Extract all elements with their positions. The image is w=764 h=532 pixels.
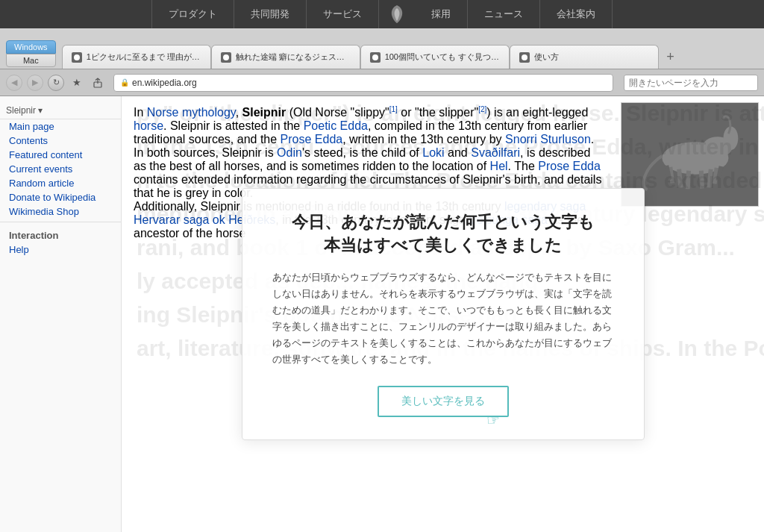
sidebar-section-interaction: Interaction xyxy=(0,225,121,242)
new-tab-button[interactable]: + xyxy=(662,48,680,66)
sidebar-link-donate[interactable]: Donate to Wikipedia xyxy=(0,190,121,204)
popup-body: あなたが日頃からウェブブラウズするなら、どんなページでもテキストを目にしない日は… xyxy=(272,269,614,369)
tab-group: 1ピクセルに至るまで 理由があるデザイン 触れた途端 癖になるジェスチャ 100… xyxy=(62,45,758,69)
svg-point-1 xyxy=(223,54,229,60)
sidebar-link-contents[interactable]: Contents xyxy=(0,134,121,148)
fenrir-logo xyxy=(386,4,407,25)
interaction-label: Interaction xyxy=(9,230,58,241)
nav-news[interactable]: ニュース xyxy=(468,0,540,28)
sidebar-divider xyxy=(0,222,121,222)
sidebar-link-featured[interactable]: Featured content xyxy=(0,148,121,162)
tab-4-title: 使い方 xyxy=(534,51,649,63)
tab-1-favicon xyxy=(72,52,82,63)
tab-4-favicon xyxy=(519,52,530,63)
page-title: Sleipnir ▾ xyxy=(6,105,43,116)
svg-point-3 xyxy=(522,54,527,60)
tab-2[interactable]: 触れた途端 癖になるジェスチャ xyxy=(211,45,360,69)
url-input-wrapper: 🔒 en.wikipedia.org xyxy=(113,74,613,92)
tab-3[interactable]: 100個問いていても すぐ見つかるタブ xyxy=(360,45,510,69)
browser-tab-bar: Windows Mac 1ピクセルに至るまで 理由があるデザイン 触れた途端 癖… xyxy=(0,28,764,69)
tab-2-title: 触れた途端 癖になるジェスチャ xyxy=(236,51,351,63)
popup-title: 今日、あなたが読んだ何千という文字も本当はすべて美しくできました xyxy=(272,211,614,257)
browser-main: Sleipnir ▾ Main page Contents Featured c… xyxy=(0,96,764,532)
nav-hiring[interactable]: 採用 xyxy=(415,0,468,28)
sidebar-link-help[interactable]: Help xyxy=(0,242,121,257)
svg-point-2 xyxy=(372,54,378,60)
overlay-container: py" or "the slipper") is an eight-legged… xyxy=(122,96,764,532)
nav-collaboration[interactable]: 共同開発 xyxy=(234,0,307,28)
faded-line-1: py" or "the slipper") is an eight-legged… xyxy=(122,96,764,130)
popup-modal: 今日、あなたが読んだ何千という文字も本当はすべて美しくできました あなたが日頃か… xyxy=(242,188,645,440)
nav-services[interactable]: サービス xyxy=(307,0,379,28)
tab-1[interactable]: 1ピクセルに至るまで 理由があるデザイン xyxy=(62,45,211,69)
url-bar: ◀ ▶ ↻ ★ 🔒 en.wikipedia.org xyxy=(0,69,764,96)
mac-button[interactable]: Mac xyxy=(6,54,56,67)
nav-product[interactable]: プロダクト xyxy=(151,0,234,28)
faded-line-2: in the 13th centu... sources, and the Pr… xyxy=(122,130,764,163)
svg-point-0 xyxy=(74,54,80,60)
os-switcher: Windows Mac xyxy=(6,40,56,67)
popup-cta-button[interactable]: 美しい文字を見る ☞ xyxy=(378,386,509,417)
tab-4[interactable]: 使い方 xyxy=(510,45,659,69)
breadcrumb: Sleipnir ▾ xyxy=(0,102,121,119)
tab-3-title: 100個問いていても すぐ見つかるタブ xyxy=(385,51,500,63)
nav-company[interactable]: 会社案内 xyxy=(540,0,613,28)
back-button[interactable]: ◀ xyxy=(6,75,22,91)
top-navigation: プロダクト 共同開発 サービス 採用 ニュース 会社案内 xyxy=(0,0,764,28)
bookmark-button[interactable]: ★ xyxy=(69,75,85,91)
share-button[interactable] xyxy=(90,75,106,91)
tab-3-favicon xyxy=(370,52,381,63)
tab-1-title: 1ピクセルに至るまで 理由があるデザイン xyxy=(87,51,201,63)
sidebar-link-mainpage[interactable]: Main page xyxy=(0,119,121,134)
cursor-hand-icon: ☞ xyxy=(486,411,500,429)
windows-button[interactable]: Windows xyxy=(6,40,56,54)
url-display: en.wikipedia.org xyxy=(132,78,607,88)
sidebar-link-currentevents[interactable]: Current events xyxy=(0,162,121,176)
search-input[interactable] xyxy=(624,75,758,91)
wiki-content: In Norse mythology, Sleipnir (Old Norse … xyxy=(122,96,764,532)
tab-2-favicon xyxy=(221,52,231,63)
wiki-sidebar: Sleipnir ▾ Main page Contents Featured c… xyxy=(0,96,122,532)
popup-container: 今日、あなたが読んだ何千という文字も本当はすべて美しくできました あなたが日頃か… xyxy=(242,188,645,440)
sidebar-link-wikimedia[interactable]: Wikimedia Shop xyxy=(0,204,121,219)
sidebar-link-random[interactable]: Random article xyxy=(0,176,121,190)
forward-button[interactable]: ▶ xyxy=(27,75,43,91)
popup-button-label: 美しい文字を見る xyxy=(401,395,485,407)
reload-button[interactable]: ↻ xyxy=(48,75,64,91)
